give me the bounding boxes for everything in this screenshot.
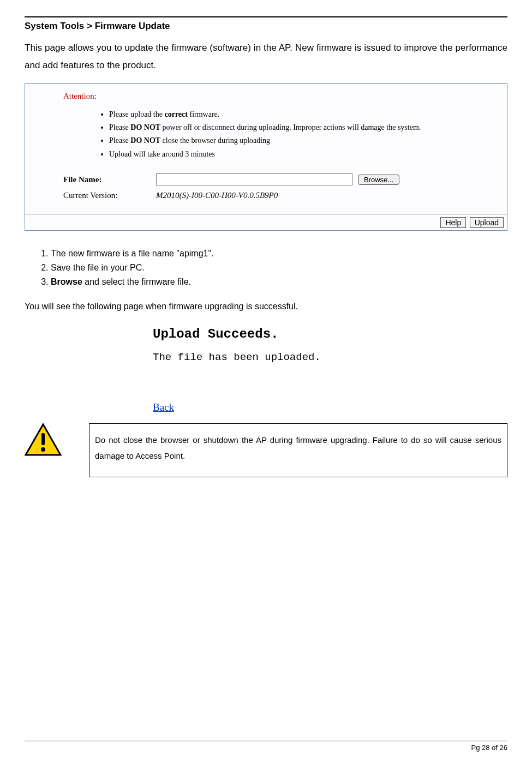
warning-row: Do not close the browser or shutdown the… — [25, 423, 507, 477]
warning-icon — [25, 423, 62, 456]
b1-post: firmware. — [188, 110, 219, 118]
b2-post: power off or disconnect during uploading… — [160, 123, 421, 131]
b3-pre: Please — [109, 136, 130, 145]
svg-rect-1 — [41, 433, 45, 445]
intro-paragraph: This page allows you to update the firmw… — [25, 39, 507, 75]
followup-text: You will see the following page when fir… — [25, 302, 507, 311]
b1-pre: Please upload the — [109, 110, 164, 118]
panel-footer: Help Upload — [25, 214, 507, 230]
b3-post: close the browser during uploading — [160, 136, 270, 145]
upload-success-title: Upload Succeeds. — [153, 327, 507, 341]
attention-item-3: Please DO NOT close the browser during u… — [109, 135, 474, 147]
svg-point-2 — [41, 447, 45, 452]
step-2: Save the file in your PC. — [51, 261, 507, 274]
file-name-row: File Name: Browse... — [63, 173, 474, 185]
b3-bold: DO NOT — [130, 136, 160, 145]
warning-box: Do not close the browser or shutdown the… — [89, 423, 507, 477]
upload-button[interactable]: Upload — [470, 217, 504, 228]
step-3-rest: and select the firmware file. — [82, 277, 191, 286]
steps-list: The new firmware is a file name "apimg1"… — [51, 247, 507, 289]
attention-item-1: Please upload the correct firmware. — [109, 109, 474, 121]
current-version-label: Current Version: — [63, 191, 156, 200]
step-3: Browse and select the firmware file. — [51, 275, 507, 289]
browse-button[interactable]: Browse... — [358, 175, 399, 185]
step-1: The new firmware is a file name "apimg1"… — [51, 247, 507, 260]
attention-item-2: Please DO NOT power off or disconnect du… — [109, 122, 474, 134]
upload-success-block: Upload Succeeds. The file has been uploa… — [153, 327, 507, 413]
page-heading: System Tools > Firmware Update — [25, 21, 507, 32]
file-name-label: File Name: — [63, 175, 156, 184]
firmware-panel: Attention: Please upload the correct fir… — [25, 83, 507, 231]
current-version-value: M2010(S)-I00-C00-H00-V0.0.5B9P0 — [156, 191, 278, 200]
current-version-row: Current Version: M2010(S)-I00-C00-H00-V0… — [63, 191, 474, 200]
b2-bold: DO NOT — [130, 123, 160, 131]
help-button[interactable]: Help — [440, 217, 466, 228]
top-rule — [25, 16, 507, 17]
step-3-bold: Browse — [51, 277, 82, 286]
b2-pre: Please — [109, 123, 130, 131]
attention-item-4: Upload will take around 3 minutes — [109, 148, 474, 160]
file-name-input[interactable] — [156, 173, 352, 185]
attention-list: Please upload the correct firmware. Plea… — [63, 109, 474, 161]
back-link[interactable]: Back — [153, 401, 174, 413]
b1-bold: correct — [164, 110, 187, 118]
attention-label: Attention: — [63, 92, 474, 101]
upload-success-sub: The file has been uploaded. — [153, 351, 507, 363]
